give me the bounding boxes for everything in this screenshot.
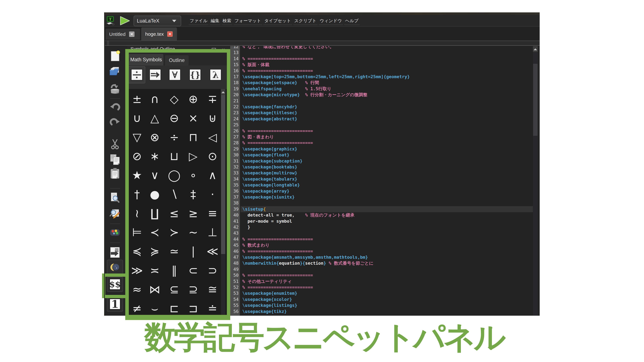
math-symbol-cell[interactable]: † — [128, 185, 146, 203]
math-symbol-cell[interactable]: ⊙ — [204, 147, 222, 165]
inline-math-dollars-icon[interactable]: $$ — [109, 279, 121, 290]
math-symbol-cell[interactable]: ÷ — [165, 128, 183, 146]
math-symbol-cell[interactable]: ≼ — [128, 242, 146, 260]
menu-ウィンドウ[interactable]: ウィンドウ — [320, 18, 342, 24]
open-file-icon[interactable] — [109, 65, 121, 77]
find-replace-icon[interactable] — [109, 208, 121, 220]
math-symbol-cell[interactable]: ∣ — [184, 242, 202, 260]
math-symbol-cell[interactable]: ≺ — [146, 223, 164, 241]
doc-tab-hoge.tex[interactable]: hoge.tex✕ — [141, 27, 177, 41]
math-symbol-cell[interactable]: ∐ — [146, 204, 164, 222]
math-symbol-cell[interactable]: ⌣ — [146, 299, 164, 316]
menu-フォーマット[interactable]: フォーマット — [234, 18, 262, 24]
cut-icon[interactable] — [109, 138, 121, 150]
doc-tab-Untitled[interactable]: Untitled✕ — [105, 28, 140, 40]
math-symbol-cell[interactable]: ≪ — [204, 242, 222, 260]
math-symbol-cell[interactable]: ⊆ — [165, 280, 183, 299]
symbol-category-quantifiers-icon[interactable]: ∀ — [169, 69, 181, 81]
math-symbol-cell[interactable]: ⊐ — [184, 299, 202, 316]
math-symbol-cell[interactable]: ⊓ — [184, 128, 202, 146]
code-editor[interactable]: 1213141516171819202122232425262728293031… — [230, 46, 540, 316]
symbol-category-operators-icon[interactable] — [131, 69, 143, 81]
dock-close-icon[interactable]: ✕ — [220, 47, 226, 53]
menu-ファイル[interactable]: ファイル — [189, 18, 208, 24]
dark-mode-moon-icon[interactable] — [109, 261, 121, 273]
scroll-up-icon[interactable] — [221, 89, 226, 95]
math-symbol-cell[interactable]: ≽ — [146, 242, 164, 260]
menu-編集[interactable]: 編集 — [210, 18, 220, 24]
math-symbol-cell[interactable]: ⊨ — [128, 223, 146, 241]
dock-float-icon[interactable] — [212, 48, 216, 51]
math-symbol-cell[interactable]: ≠ — [128, 299, 146, 316]
math-symbol-cell[interactable]: ⊕ — [184, 90, 202, 108]
editor-scrollbar[interactable] — [533, 46, 538, 316]
math-symbol-cell[interactable]: ≍ — [146, 261, 164, 280]
panel-tab-math-symbols[interactable]: Math Symbols — [129, 54, 164, 65]
typeset-insert-icon[interactable] — [109, 247, 121, 258]
math-symbol-cell[interactable]: ≤ — [165, 204, 183, 222]
math-symbol-cell[interactable]: ∓ — [204, 90, 222, 108]
symbol-category-delimiters-icon[interactable]: {} — [189, 69, 201, 81]
math-symbol-cell[interactable]: ≅ — [204, 280, 222, 299]
close-icon[interactable]: ✕ — [129, 31, 134, 37]
math-symbol-cell[interactable]: ⊘ — [128, 147, 146, 165]
math-symbol-cell[interactable]: ⊔ — [165, 147, 183, 165]
math-symbol-cell[interactable]: ⊇ — [184, 280, 202, 299]
math-symbol-cell[interactable]: ∧ — [204, 166, 222, 184]
colors-icon[interactable] — [109, 227, 121, 238]
math-symbol-cell[interactable]: × — [184, 109, 202, 127]
math-symbol-cell[interactable]: ▽ — [128, 128, 146, 146]
math-symbol-cell[interactable]: ● — [146, 185, 164, 203]
menu-タイプセット[interactable]: タイプセット — [264, 18, 292, 24]
math-symbol-cell[interactable]: ◯ — [165, 166, 183, 184]
new-document-icon[interactable] — [109, 50, 121, 62]
math-symbol-cell[interactable]: ⊏ — [165, 299, 183, 316]
panel-tab-outline[interactable]: Outline — [165, 55, 189, 65]
math-symbol-cell[interactable]: ∼ — [184, 223, 202, 241]
math-symbol-cell[interactable]: ≃ — [165, 242, 183, 260]
compiler-dropdown[interactable]: LuaLaTeX — [134, 15, 181, 26]
math-symbol-cell[interactable]: ∗ — [146, 147, 164, 165]
undo-icon[interactable] — [109, 102, 121, 114]
math-symbol-cell[interactable]: ≀ — [128, 204, 146, 222]
math-symbol-cell[interactable]: ∪ — [128, 109, 146, 127]
copy-icon[interactable] — [109, 153, 121, 165]
math-symbol-cell[interactable]: ≫ — [128, 261, 146, 280]
save-icon[interactable] — [109, 83, 121, 95]
math-symbol-cell[interactable]: ⊃ — [204, 261, 222, 280]
math-symbol-cell[interactable]: ± — [128, 90, 146, 108]
code-area[interactable]: % など， 環境に合わせて変更してください。% ================… — [241, 46, 533, 316]
math-symbol-cell[interactable]: ∖ — [165, 185, 183, 203]
close-icon[interactable]: ✕ — [167, 31, 172, 37]
math-symbol-cell[interactable]: ≐ — [204, 299, 222, 316]
math-symbol-cell[interactable]: ≻ — [165, 223, 183, 241]
run-build-button[interactable] — [119, 16, 130, 26]
panel-scrollbar[interactable] — [221, 89, 226, 316]
math-symbol-cell[interactable]: ≥ — [184, 204, 202, 222]
math-symbol-cell[interactable]: ∘ — [184, 166, 202, 184]
math-symbol-cell[interactable]: ⋈ — [146, 280, 164, 299]
menu-スクリプト[interactable]: スクリプト — [294, 18, 317, 24]
math-symbol-cell[interactable]: ⊗ — [146, 128, 164, 146]
math-symbol-cell[interactable]: ⊥ — [204, 223, 222, 241]
paste-icon[interactable] — [109, 167, 121, 179]
math-symbol-cell[interactable]: ∨ — [146, 166, 164, 184]
redo-icon[interactable] — [109, 117, 121, 129]
menu-ヘルプ[interactable]: ヘルプ — [345, 18, 359, 24]
math-symbol-cell[interactable]: ◇ — [165, 90, 183, 108]
numbered-block-icon[interactable]: 1 — [109, 298, 121, 310]
editor-scrollbar-thumb[interactable] — [533, 64, 538, 136]
math-symbol-cell[interactable]: ▷ — [184, 147, 202, 165]
math-symbol-cell[interactable]: ≡ — [204, 204, 222, 222]
math-symbol-cell[interactable]: ≈ — [128, 280, 146, 299]
math-symbol-cell[interactable]: ⋅ — [204, 185, 222, 203]
symbol-category-arrows-icon[interactable] — [149, 69, 161, 81]
symbol-category-greek-icon[interactable]: λ — [210, 69, 222, 81]
math-symbol-cell[interactable]: ⊎ — [204, 109, 222, 127]
math-symbol-cell[interactable]: ⊖ — [165, 109, 183, 127]
math-symbol-cell[interactable]: △ — [146, 109, 164, 127]
math-symbol-cell[interactable]: ∩ — [146, 90, 164, 108]
math-symbol-cell[interactable]: ⊂ — [184, 261, 202, 280]
menu-検索[interactable]: 検索 — [222, 18, 232, 24]
math-symbol-cell[interactable]: ★ — [128, 166, 146, 184]
